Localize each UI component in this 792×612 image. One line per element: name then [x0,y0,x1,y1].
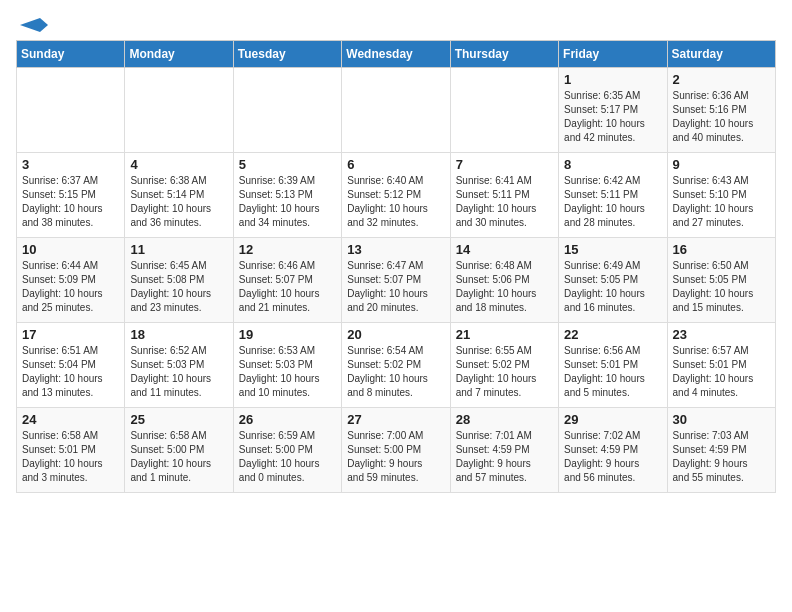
calendar-cell: 21Sunrise: 6:55 AM Sunset: 5:02 PM Dayli… [450,323,558,408]
day-info: Sunrise: 6:37 AM Sunset: 5:15 PM Dayligh… [22,174,119,230]
day-number: 24 [22,412,119,427]
calendar-cell: 20Sunrise: 6:54 AM Sunset: 5:02 PM Dayli… [342,323,450,408]
calendar-cell: 23Sunrise: 6:57 AM Sunset: 5:01 PM Dayli… [667,323,775,408]
day-number: 26 [239,412,336,427]
calendar-cell [125,68,233,153]
day-info: Sunrise: 6:40 AM Sunset: 5:12 PM Dayligh… [347,174,444,230]
header [16,16,776,32]
day-number: 28 [456,412,553,427]
day-number: 2 [673,72,770,87]
calendar-cell: 14Sunrise: 6:48 AM Sunset: 5:06 PM Dayli… [450,238,558,323]
day-number: 8 [564,157,661,172]
day-info: Sunrise: 6:58 AM Sunset: 5:00 PM Dayligh… [130,429,227,485]
day-number: 9 [673,157,770,172]
day-info: Sunrise: 6:54 AM Sunset: 5:02 PM Dayligh… [347,344,444,400]
calendar-cell: 11Sunrise: 6:45 AM Sunset: 5:08 PM Dayli… [125,238,233,323]
calendar-cell: 22Sunrise: 6:56 AM Sunset: 5:01 PM Dayli… [559,323,667,408]
day-number: 7 [456,157,553,172]
calendar-cell: 7Sunrise: 6:41 AM Sunset: 5:11 PM Daylig… [450,153,558,238]
weekday-header-tuesday: Tuesday [233,41,341,68]
day-number: 20 [347,327,444,342]
day-info: Sunrise: 6:55 AM Sunset: 5:02 PM Dayligh… [456,344,553,400]
day-info: Sunrise: 7:00 AM Sunset: 5:00 PM Dayligh… [347,429,444,485]
day-info: Sunrise: 6:59 AM Sunset: 5:00 PM Dayligh… [239,429,336,485]
day-number: 11 [130,242,227,257]
calendar-cell: 4Sunrise: 6:38 AM Sunset: 5:14 PM Daylig… [125,153,233,238]
calendar-cell: 25Sunrise: 6:58 AM Sunset: 5:00 PM Dayli… [125,408,233,493]
day-number: 27 [347,412,444,427]
day-info: Sunrise: 6:42 AM Sunset: 5:11 PM Dayligh… [564,174,661,230]
weekday-header-thursday: Thursday [450,41,558,68]
day-number: 21 [456,327,553,342]
weekday-header-monday: Monday [125,41,233,68]
day-info: Sunrise: 6:57 AM Sunset: 5:01 PM Dayligh… [673,344,770,400]
day-number: 15 [564,242,661,257]
calendar-cell: 1Sunrise: 6:35 AM Sunset: 5:17 PM Daylig… [559,68,667,153]
calendar-cell [342,68,450,153]
calendar-cell: 3Sunrise: 6:37 AM Sunset: 5:15 PM Daylig… [17,153,125,238]
day-info: Sunrise: 6:52 AM Sunset: 5:03 PM Dayligh… [130,344,227,400]
day-number: 22 [564,327,661,342]
day-info: Sunrise: 6:36 AM Sunset: 5:16 PM Dayligh… [673,89,770,145]
day-info: Sunrise: 6:39 AM Sunset: 5:13 PM Dayligh… [239,174,336,230]
calendar-cell: 5Sunrise: 6:39 AM Sunset: 5:13 PM Daylig… [233,153,341,238]
day-number: 4 [130,157,227,172]
weekday-header-wednesday: Wednesday [342,41,450,68]
weekday-header-friday: Friday [559,41,667,68]
calendar-cell: 24Sunrise: 6:58 AM Sunset: 5:01 PM Dayli… [17,408,125,493]
day-number: 19 [239,327,336,342]
weekday-header-saturday: Saturday [667,41,775,68]
calendar-cell: 29Sunrise: 7:02 AM Sunset: 4:59 PM Dayli… [559,408,667,493]
calendar-cell: 16Sunrise: 6:50 AM Sunset: 5:05 PM Dayli… [667,238,775,323]
calendar-cell: 19Sunrise: 6:53 AM Sunset: 5:03 PM Dayli… [233,323,341,408]
logo [16,16,48,32]
day-number: 13 [347,242,444,257]
calendar-cell: 13Sunrise: 6:47 AM Sunset: 5:07 PM Dayli… [342,238,450,323]
day-number: 3 [22,157,119,172]
day-info: Sunrise: 6:41 AM Sunset: 5:11 PM Dayligh… [456,174,553,230]
day-info: Sunrise: 6:58 AM Sunset: 5:01 PM Dayligh… [22,429,119,485]
calendar-cell: 12Sunrise: 6:46 AM Sunset: 5:07 PM Dayli… [233,238,341,323]
calendar-table: SundayMondayTuesdayWednesdayThursdayFrid… [16,40,776,493]
day-number: 10 [22,242,119,257]
calendar-cell: 15Sunrise: 6:49 AM Sunset: 5:05 PM Dayli… [559,238,667,323]
day-info: Sunrise: 6:51 AM Sunset: 5:04 PM Dayligh… [22,344,119,400]
day-number: 23 [673,327,770,342]
day-number: 16 [673,242,770,257]
calendar-cell: 18Sunrise: 6:52 AM Sunset: 5:03 PM Dayli… [125,323,233,408]
svg-marker-0 [20,18,48,32]
day-info: Sunrise: 7:02 AM Sunset: 4:59 PM Dayligh… [564,429,661,485]
calendar-cell: 30Sunrise: 7:03 AM Sunset: 4:59 PM Dayli… [667,408,775,493]
calendar-cell: 17Sunrise: 6:51 AM Sunset: 5:04 PM Dayli… [17,323,125,408]
calendar-cell: 28Sunrise: 7:01 AM Sunset: 4:59 PM Dayli… [450,408,558,493]
day-info: Sunrise: 6:35 AM Sunset: 5:17 PM Dayligh… [564,89,661,145]
calendar-cell: 27Sunrise: 7:00 AM Sunset: 5:00 PM Dayli… [342,408,450,493]
day-info: Sunrise: 6:38 AM Sunset: 5:14 PM Dayligh… [130,174,227,230]
calendar-cell: 6Sunrise: 6:40 AM Sunset: 5:12 PM Daylig… [342,153,450,238]
calendar-cell: 2Sunrise: 6:36 AM Sunset: 5:16 PM Daylig… [667,68,775,153]
calendar-cell: 26Sunrise: 6:59 AM Sunset: 5:00 PM Dayli… [233,408,341,493]
day-info: Sunrise: 6:44 AM Sunset: 5:09 PM Dayligh… [22,259,119,315]
day-info: Sunrise: 6:47 AM Sunset: 5:07 PM Dayligh… [347,259,444,315]
calendar-cell: 9Sunrise: 6:43 AM Sunset: 5:10 PM Daylig… [667,153,775,238]
calendar-cell [17,68,125,153]
day-info: Sunrise: 6:49 AM Sunset: 5:05 PM Dayligh… [564,259,661,315]
calendar-cell: 10Sunrise: 6:44 AM Sunset: 5:09 PM Dayli… [17,238,125,323]
day-number: 25 [130,412,227,427]
day-number: 1 [564,72,661,87]
weekday-header-sunday: Sunday [17,41,125,68]
day-number: 30 [673,412,770,427]
day-number: 5 [239,157,336,172]
day-number: 17 [22,327,119,342]
calendar-cell [233,68,341,153]
day-number: 29 [564,412,661,427]
day-info: Sunrise: 6:56 AM Sunset: 5:01 PM Dayligh… [564,344,661,400]
day-info: Sunrise: 6:45 AM Sunset: 5:08 PM Dayligh… [130,259,227,315]
day-number: 6 [347,157,444,172]
day-info: Sunrise: 6:48 AM Sunset: 5:06 PM Dayligh… [456,259,553,315]
day-info: Sunrise: 6:53 AM Sunset: 5:03 PM Dayligh… [239,344,336,400]
calendar-cell [450,68,558,153]
day-info: Sunrise: 6:46 AM Sunset: 5:07 PM Dayligh… [239,259,336,315]
day-info: Sunrise: 6:43 AM Sunset: 5:10 PM Dayligh… [673,174,770,230]
day-info: Sunrise: 7:03 AM Sunset: 4:59 PM Dayligh… [673,429,770,485]
